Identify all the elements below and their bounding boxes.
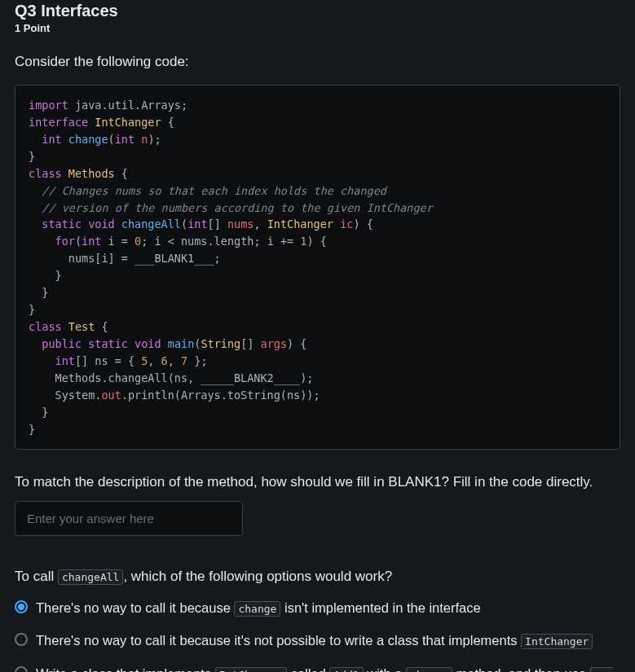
option-text: There's no way to call it because it's n…	[36, 630, 620, 651]
question-title: Q3 Interfaces	[15, 2, 620, 20]
inline-code: change	[406, 667, 452, 673]
code-block: import java.util.Arrays; interface IntCh…	[15, 85, 620, 450]
blank1-prompt: To match the description of the method, …	[15, 472, 620, 493]
radio-icon[interactable]	[15, 666, 28, 673]
inline-code: IntChanger	[215, 667, 287, 673]
option-b[interactable]: There's no way to call it because it's n…	[15, 630, 620, 651]
inline-code: IntChanger	[521, 634, 593, 649]
mc-prompt: To call changeAll, which of the followin…	[15, 567, 620, 587]
blank1-answer-input[interactable]	[15, 501, 243, 536]
question-points: 1 Point	[15, 22, 620, 34]
inline-code: Add1	[329, 667, 363, 673]
inline-code: changeAll	[58, 569, 123, 585]
radio-icon[interactable]	[15, 600, 28, 613]
inline-code: change	[234, 601, 280, 617]
option-c[interactable]: Write a class that implements IntChanger…	[15, 663, 620, 673]
radio-icon[interactable]	[15, 633, 28, 646]
question-intro: Consider the following code:	[15, 54, 620, 70]
option-text: There's no way to call it because change…	[36, 597, 620, 618]
mc-options: There's no way to call it because change…	[15, 597, 620, 672]
option-text: Write a class that implements IntChanger…	[36, 663, 620, 673]
option-a[interactable]: There's no way to call it because change…	[15, 597, 620, 618]
